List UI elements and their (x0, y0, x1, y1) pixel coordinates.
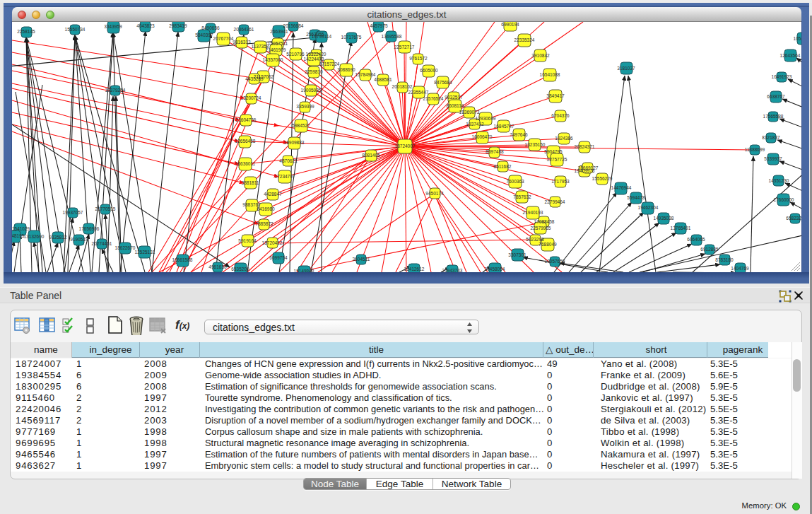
svg-text:5023298: 5023298 (526, 237, 544, 242)
svg-text:11541029: 11541029 (12, 226, 30, 231)
svg-text:6638767: 6638767 (767, 94, 785, 99)
svg-text:9450174: 9450174 (425, 191, 444, 196)
svg-text:6704376: 6704376 (551, 113, 570, 118)
svg-text:19799114: 19799114 (312, 34, 332, 39)
svg-text:6535209: 6535209 (231, 267, 249, 271)
svg-text:22799464: 22799464 (545, 199, 565, 204)
svg-text:5210796: 5210796 (286, 52, 305, 57)
svg-text:17656906: 17656906 (79, 226, 100, 231)
svg-text:12930699: 12930699 (476, 116, 496, 121)
svg-text:6416980: 6416980 (257, 206, 275, 211)
svg-text:16636011: 16636011 (235, 161, 256, 166)
svg-text:9761572: 9761572 (409, 56, 428, 61)
svg-text:22572717: 22572717 (394, 45, 415, 49)
svg-text:20648195: 20648195 (12, 233, 25, 238)
svg-text:21576524: 21576524 (423, 96, 444, 101)
svg-text:8611682: 8611682 (494, 164, 512, 169)
svg-text:9816313: 9816313 (233, 40, 251, 45)
svg-text:3088690: 3088690 (337, 67, 355, 72)
svg-text:16322420: 16322420 (306, 52, 326, 57)
svg-text:6990194: 6990194 (501, 22, 519, 27)
svg-text:8081405: 8081405 (362, 153, 380, 158)
svg-text:18369073: 18369073 (459, 110, 480, 115)
svg-text:8397488: 8397488 (486, 149, 504, 154)
svg-text:4688581: 4688581 (374, 77, 392, 82)
svg-text:14351230: 14351230 (769, 178, 789, 183)
svg-text:12656458: 12656458 (235, 139, 256, 144)
svg-text:19937057: 19937057 (63, 210, 83, 215)
svg-text:9032517: 9032517 (445, 95, 463, 100)
svg-text:12643564: 12643564 (780, 53, 801, 58)
svg-text:13235150: 13235150 (525, 142, 546, 147)
svg-text:22335324: 22335324 (514, 37, 535, 42)
svg-text:14476944: 14476944 (611, 185, 632, 190)
svg-text:3359399: 3359399 (296, 104, 314, 109)
svg-text:8783180: 8783180 (715, 257, 734, 262)
svg-text:6582326: 6582326 (786, 216, 801, 221)
svg-text:19005935: 19005935 (301, 88, 322, 93)
svg-text:3849417: 3849417 (546, 93, 565, 98)
svg-text:10057659: 10057659 (545, 259, 565, 264)
svg-text:4961630: 4961630 (208, 264, 227, 269)
svg-text:17088458: 17088458 (534, 219, 555, 224)
svg-text:16541088: 16541088 (540, 72, 560, 77)
svg-text:3881811: 3881811 (242, 180, 259, 185)
svg-text:3604511: 3604511 (353, 257, 370, 262)
svg-text:13132690: 13132690 (24, 234, 45, 239)
svg-text:21770515: 21770515 (95, 206, 116, 211)
svg-text:7497646: 7497646 (510, 132, 528, 137)
svg-text:17234797: 17234797 (275, 174, 295, 179)
svg-text:5904795: 5904795 (544, 149, 563, 154)
svg-text:5984527: 5984527 (292, 123, 310, 128)
svg-text:13495588: 13495588 (382, 34, 402, 39)
svg-text:15550734: 15550734 (65, 27, 86, 32)
svg-text:6605000: 6605000 (420, 68, 438, 73)
svg-text:2663941: 2663941 (270, 29, 288, 34)
svg-text:16909883: 16909883 (284, 140, 305, 145)
svg-text:8321837: 8321837 (762, 135, 780, 140)
svg-text:10549441: 10549441 (794, 36, 801, 41)
svg-text:5919164: 5919164 (238, 238, 257, 243)
svg-text:6099754: 6099754 (269, 255, 288, 260)
svg-text:4870621: 4870621 (279, 158, 298, 163)
svg-text:15556229: 15556229 (592, 176, 613, 181)
svg-text:20274461: 20274461 (92, 241, 112, 246)
svg-text:16845747: 16845747 (494, 124, 514, 129)
svg-text:14935038: 14935038 (654, 216, 674, 221)
svg-text:19462304: 19462304 (638, 205, 659, 210)
svg-text:17157224: 17157224 (319, 62, 340, 66)
svg-text:1924386: 1924386 (555, 136, 573, 141)
svg-text:12757725: 12757725 (547, 157, 567, 162)
svg-text:3181037: 3181037 (617, 66, 635, 71)
svg-text:9335812: 9335812 (49, 235, 67, 240)
svg-text:3307301: 3307301 (508, 252, 526, 257)
svg-text:8608114: 8608114 (447, 103, 464, 108)
svg-text:2983419: 2983419 (169, 23, 187, 28)
svg-text:22579965: 22579965 (531, 226, 551, 230)
svg-text:3259810: 3259810 (305, 69, 323, 74)
svg-text:4043823: 4043823 (136, 23, 155, 28)
svg-text:10717675: 10717675 (341, 35, 362, 40)
svg-text:20018102: 20018102 (392, 84, 413, 89)
svg-text:17565588: 17565588 (763, 114, 784, 119)
svg-text:5840397: 5840397 (195, 33, 213, 37)
svg-text:3343959: 3343959 (104, 24, 122, 29)
svg-text:16006470: 16006470 (472, 134, 493, 139)
svg-text:4428847: 4428847 (264, 192, 282, 197)
svg-text:12412612: 12412612 (404, 267, 425, 271)
svg-text:16491923: 16491923 (772, 74, 792, 79)
svg-text:1937412: 1937412 (466, 122, 484, 127)
svg-text:20364361: 20364361 (234, 27, 254, 32)
svg-text:3910842: 3910842 (531, 53, 550, 58)
svg-text:11388699: 11388699 (745, 147, 765, 152)
svg-text:1717953: 1717953 (551, 179, 570, 184)
svg-text:18720412: 18720412 (262, 240, 283, 245)
svg-text:7885872: 7885872 (255, 221, 273, 226)
svg-text:2258145: 2258145 (17, 29, 35, 34)
svg-text:14224473: 14224473 (304, 57, 324, 62)
svg-text:15784984: 15784984 (355, 72, 376, 77)
svg-text:4457975: 4457975 (370, 23, 388, 28)
svg-text:13765491: 13765491 (671, 226, 691, 230)
svg-text:20767704: 20767704 (213, 36, 234, 41)
svg-text:14357000: 14357000 (263, 57, 283, 62)
